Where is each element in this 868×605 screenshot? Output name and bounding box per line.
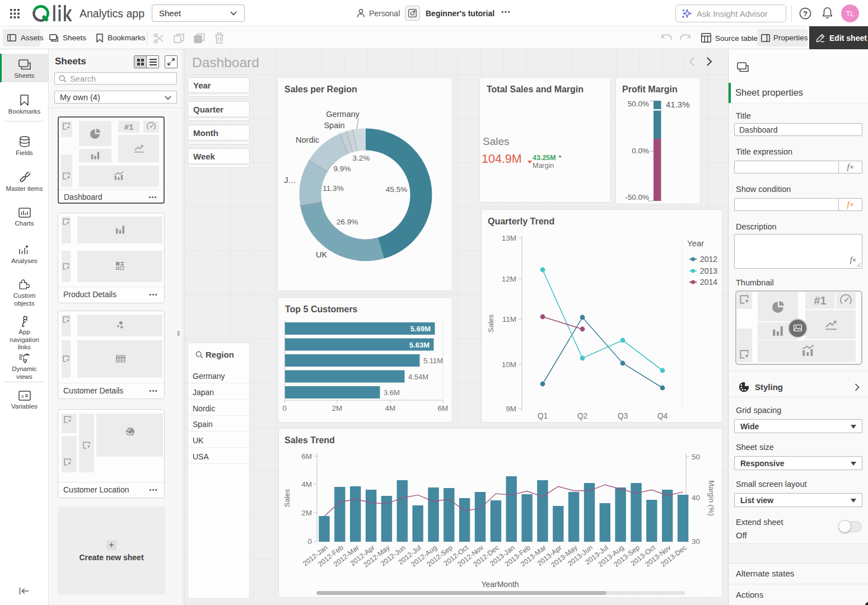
svg-text:11.3%: 11.3% [323,184,343,193]
svg-text:2M: 2M [332,404,343,412]
svg-text:2013: 2013 [700,266,717,275]
svg-text:41.3%: 41.3% [666,100,690,109]
svg-text:x: x [21,393,24,399]
svg-text:Year: Year [687,238,704,248]
svg-text:4.54M: 4.54M [408,373,428,381]
svg-text:Q2: Q2 [577,411,588,420]
svg-text:26.9%: 26.9% [337,218,358,226]
svg-text:0: 0 [282,404,287,412]
svg-text:0.0%: 0.0% [632,147,649,155]
svg-text:10M: 10M [502,360,516,369]
svg-text:30: 30 [692,537,700,546]
svg-text:J…: J… [284,176,296,185]
svg-text:-50.0%: -50.0% [625,193,649,201]
svg-text:9.9%: 9.9% [334,165,351,173]
svg-text:YearMonth: YearMonth [481,580,519,589]
svg-text:45.5%: 45.5% [386,185,407,194]
svg-text:9M: 9M [506,405,516,413]
svg-text:50: 50 [692,453,700,461]
svg-text:UK: UK [316,250,327,259]
svg-text:Nordic: Nordic [296,135,319,144]
svg-text:40: 40 [692,494,700,502]
svg-text:3.2%: 3.2% [353,154,370,162]
svg-text:?: ? [803,10,808,18]
svg-text:Sales: Sales [487,314,495,332]
svg-text:2014: 2014 [700,278,717,287]
svg-text:6M: 6M [301,452,312,461]
svg-text:Margin (%): Margin (%) [707,480,716,516]
svg-text:13M: 13M [502,234,516,242]
svg-text:11M: 11M [502,315,516,323]
svg-text:2M: 2M [301,509,312,517]
svg-text:Germany: Germany [326,110,360,119]
svg-text:5.69M: 5.69M [410,325,431,333]
svg-text:Sales: Sales [283,489,291,507]
svg-text:2012: 2012 [700,255,717,264]
svg-text:3.6M: 3.6M [384,388,400,397]
svg-text:4M: 4M [385,404,396,412]
svg-text:6M: 6M [438,404,449,412]
svg-text:Q1: Q1 [538,411,548,420]
svg-text:12M: 12M [502,275,516,283]
svg-text:Q4: Q4 [657,411,668,420]
svg-text:5.11M: 5.11M [423,357,443,365]
svg-text:4M: 4M [301,480,312,489]
svg-text:5.63M: 5.63M [409,341,430,349]
svg-text:0: 0 [307,537,312,546]
svg-text:Spain: Spain [324,121,344,130]
svg-text:50.0%: 50.0% [628,100,649,108]
svg-text:Q3: Q3 [618,411,628,420]
